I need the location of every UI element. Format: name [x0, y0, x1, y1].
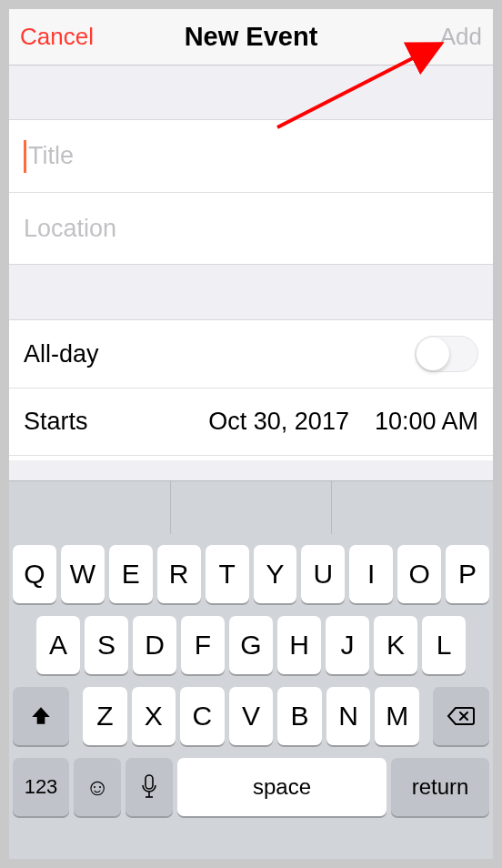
key-p[interactable]: P: [446, 545, 489, 603]
key-dictate[interactable]: [126, 758, 173, 816]
device-frame: Cancel New Event Add Title Location All-…: [9, 9, 493, 859]
key-t[interactable]: T: [206, 545, 249, 603]
key-o[interactable]: O: [397, 545, 441, 603]
predictive-bar: [9, 481, 493, 534]
allday-toggle[interactable]: [415, 336, 478, 372]
key-a[interactable]: A: [36, 616, 80, 674]
microphone-icon: [141, 774, 157, 800]
section-gap: [9, 66, 493, 120]
key-return[interactable]: return: [391, 758, 489, 816]
key-r[interactable]: R: [157, 545, 201, 603]
location-input[interactable]: Location: [9, 192, 493, 264]
keyboard: Q W E R T Y U I O P A S D F G H J K L: [9, 480, 493, 859]
key-emoji[interactable]: ☺: [74, 758, 121, 816]
key-i[interactable]: I: [349, 545, 393, 603]
key-v[interactable]: V: [229, 687, 274, 745]
key-shift[interactable]: [13, 687, 69, 745]
starts-date: Oct 30, 2017: [208, 408, 349, 436]
key-n[interactable]: N: [326, 687, 371, 745]
starts-row[interactable]: Starts Oct 30, 2017 10:00 AM: [9, 388, 493, 455]
predictive-slot[interactable]: [332, 481, 493, 534]
key-y[interactable]: Y: [254, 545, 297, 603]
row-divider: [9, 455, 493, 460]
key-h[interactable]: H: [277, 616, 321, 674]
page-title: New Event: [185, 22, 318, 52]
shift-icon: [29, 704, 53, 728]
allday-label: All-day: [24, 340, 99, 368]
starts-label: Starts: [24, 408, 88, 436]
key-e[interactable]: E: [109, 545, 153, 603]
key-s[interactable]: S: [85, 616, 128, 674]
key-backspace[interactable]: [433, 687, 489, 745]
key-c[interactable]: C: [180, 687, 225, 745]
key-b[interactable]: B: [277, 687, 322, 745]
navbar: Cancel New Event Add: [9, 9, 493, 66]
allday-row[interactable]: All-day: [9, 320, 493, 388]
key-k[interactable]: K: [374, 616, 417, 674]
key-f[interactable]: F: [181, 616, 225, 674]
key-m[interactable]: M: [375, 687, 419, 745]
key-w[interactable]: W: [61, 545, 105, 603]
cancel-button[interactable]: Cancel: [20, 23, 94, 51]
keyboard-row-2: A S D F G H J K L: [13, 616, 489, 674]
key-u[interactable]: U: [301, 545, 345, 603]
key-j[interactable]: J: [326, 616, 369, 674]
key-g[interactable]: G: [229, 616, 273, 674]
keyboard-row-3: Z X C V B N M: [13, 687, 489, 745]
key-d[interactable]: D: [133, 616, 176, 674]
keyboard-row-1: Q W E R T Y U I O P: [13, 545, 489, 603]
predictive-slot[interactable]: [9, 481, 171, 534]
text-cursor: [24, 140, 26, 173]
predictive-slot[interactable]: [171, 481, 333, 534]
key-123[interactable]: 123: [13, 758, 69, 816]
location-placeholder: Location: [24, 215, 116, 243]
key-space[interactable]: space: [177, 758, 387, 816]
keyboard-row-4: 123 ☺ space return: [13, 758, 489, 816]
key-x[interactable]: X: [132, 687, 176, 745]
title-placeholder: Title: [28, 142, 74, 170]
key-q[interactable]: Q: [13, 545, 56, 603]
emoji-icon: ☺: [85, 773, 110, 802]
key-l[interactable]: L: [422, 616, 466, 674]
toggle-knob: [417, 338, 449, 370]
add-button[interactable]: Add: [440, 23, 482, 51]
key-z[interactable]: Z: [83, 687, 127, 745]
title-input[interactable]: Title: [9, 120, 493, 192]
backspace-icon: [447, 705, 476, 727]
starts-time: 10:00 AM: [375, 408, 478, 436]
svg-rect-0: [146, 775, 153, 789]
section-gap: [9, 264, 493, 320]
